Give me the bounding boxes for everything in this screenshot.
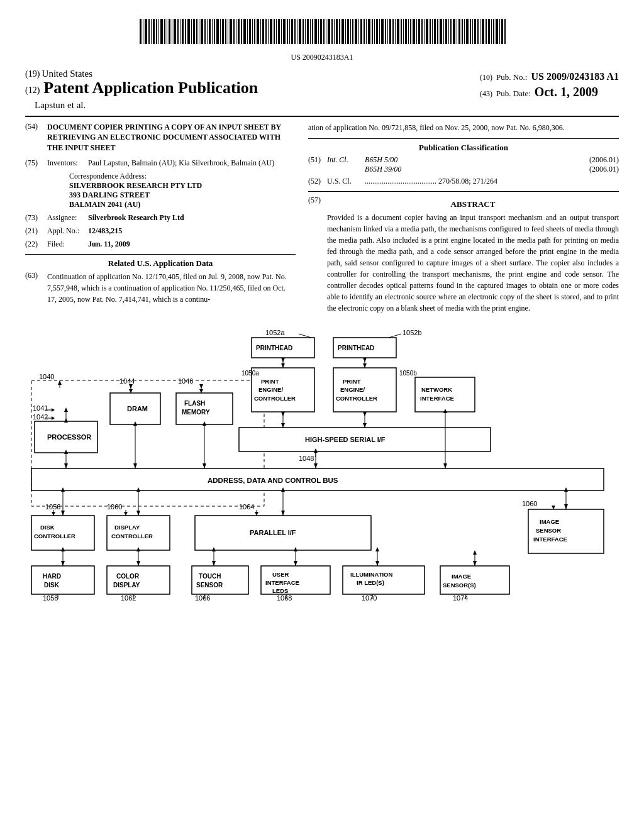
f54-num: (54) <box>25 122 47 153</box>
svg-rect-58 <box>289 19 290 44</box>
header-left: (19) United States (12) Patent Applicati… <box>25 69 258 111</box>
processor-label: PROCESSOR <box>47 433 91 441</box>
svg-rect-53 <box>276 19 277 44</box>
pub-no-label: Pub. No.: <box>496 72 527 82</box>
int-cl-class2-row: B65H 39/00 (2006.01) <box>365 165 619 174</box>
svg-rect-59 <box>291 19 293 44</box>
svg-marker-157 <box>199 389 203 393</box>
label-1040: 1040 <box>39 373 54 380</box>
svg-rect-56 <box>283 19 286 44</box>
color-disp-label1: COLOR <box>116 573 140 580</box>
svg-rect-38 <box>236 19 236 44</box>
svg-rect-114 <box>437 19 438 44</box>
svg-marker-206 <box>136 511 140 516</box>
flash-label: FLASH <box>184 400 205 407</box>
svg-rect-61 <box>297 19 297 44</box>
label-1064: 1064 <box>239 503 254 511</box>
f51-class1: B65H 5/00 <box>365 155 397 165</box>
svg-rect-97 <box>392 19 394 44</box>
pec-a-label3: CONTROLLER <box>254 395 296 402</box>
svg-rect-90 <box>374 19 375 44</box>
svg-rect-42 <box>247 19 248 44</box>
pec-b-label3: CONTROLLER <box>336 395 377 402</box>
svg-rect-81 <box>350 19 351 44</box>
svg-marker-176 <box>281 412 285 416</box>
svg-rect-129 <box>477 19 479 44</box>
svg-rect-49 <box>265 19 267 44</box>
svg-marker-191 <box>314 463 318 468</box>
svg-rect-94 <box>385 19 386 44</box>
country-number: (19) United States <box>25 69 258 79</box>
svg-rect-125 <box>466 19 469 44</box>
corr-label: Correspondence Address: <box>69 172 296 181</box>
svg-marker-154 <box>129 384 133 389</box>
svg-rect-138 <box>501 19 503 44</box>
svg-rect-88 <box>368 19 370 44</box>
f21-value: 12/483,215 <box>88 226 296 236</box>
svg-rect-52 <box>274 19 275 44</box>
svg-rect-120 <box>453 19 455 44</box>
svg-marker-153 <box>129 389 133 393</box>
svg-rect-80 <box>347 19 349 44</box>
network-label1: NETWORK <box>421 386 452 393</box>
svg-rect-36 <box>230 19 232 44</box>
barcode-image <box>102 18 542 48</box>
svg-rect-98 <box>395 19 396 44</box>
svg-rect-76 <box>336 19 338 44</box>
svg-rect-133 <box>488 19 490 44</box>
flash-memory-label: MEMORY <box>182 409 210 416</box>
pub-date-num: (43) <box>480 89 492 99</box>
pec-a-label1: PRINT <box>261 378 279 385</box>
svg-rect-31 <box>216 19 219 44</box>
svg-rect-26 <box>204 19 206 44</box>
f73-num: (73) <box>25 213 47 223</box>
f75-label: Inventors: <box>47 158 88 168</box>
high-speed-label: HIGH-SPEED SERIAL I/F <box>305 436 386 443</box>
label-1050b: 1050b <box>399 370 417 377</box>
svg-rect-95 <box>387 19 388 44</box>
svg-rect-29 <box>212 19 213 44</box>
svg-rect-112 <box>432 19 433 44</box>
svg-rect-130 <box>480 19 480 44</box>
svg-rect-124 <box>464 19 465 44</box>
svg-rect-50 <box>268 19 269 44</box>
num-19: (19) <box>25 69 40 79</box>
correspondence-block: Correspondence Address: SILVERBROOK RESE… <box>69 172 296 209</box>
svg-rect-70 <box>320 19 322 44</box>
label-1048: 1048 <box>299 455 314 462</box>
svg-rect-64 <box>305 19 306 44</box>
pub-no-row: (10) Pub. No.: US 2009/0243183 A1 <box>480 71 619 82</box>
country-label: United States <box>42 69 92 79</box>
dram-label: DRAM <box>127 405 148 412</box>
disp-ctrl-label1: DISPLAY <box>114 524 140 531</box>
abstract-title: ABSTRACT <box>327 199 619 209</box>
pec-b-label1: PRINT <box>343 378 361 385</box>
svg-rect-25 <box>201 19 203 44</box>
svg-marker-222 <box>61 561 65 566</box>
svg-marker-242 <box>375 561 379 566</box>
svg-rect-6 <box>151 19 152 44</box>
svg-rect-127 <box>472 19 473 44</box>
f21-num: (21) <box>25 226 47 236</box>
svg-rect-23 <box>196 19 197 44</box>
svg-rect-126 <box>470 19 471 44</box>
svg-line-166 <box>299 334 311 338</box>
svg-rect-91 <box>376 19 378 44</box>
svg-line-171 <box>389 334 401 338</box>
f51-year1: (2006.01) <box>589 155 619 165</box>
svg-marker-149 <box>64 407 68 412</box>
page: // Draw barcode bars via SVG rects <box>0 0 644 830</box>
svg-rect-68 <box>314 19 317 44</box>
svg-rect-123 <box>462 19 463 44</box>
isi-label1: IMAGE <box>540 518 559 525</box>
svg-rect-43 <box>249 19 251 44</box>
svg-rect-136 <box>496 19 498 44</box>
pub-no-value: US 2009/0243183 A1 <box>531 71 619 82</box>
svg-marker-218 <box>564 504 568 509</box>
svg-marker-243 <box>375 547 379 551</box>
field-75: (75) Inventors: Paul Lapstun, Balmain (A… <box>25 158 296 168</box>
svg-marker-144 <box>52 408 55 412</box>
ui-leds-label3: LEDS <box>272 587 288 594</box>
field-73: (73) Assignee: Silverbrook Research Pty … <box>25 213 296 223</box>
int-cl-class1-row: B65H 5/00 (2006.01) <box>365 155 619 165</box>
